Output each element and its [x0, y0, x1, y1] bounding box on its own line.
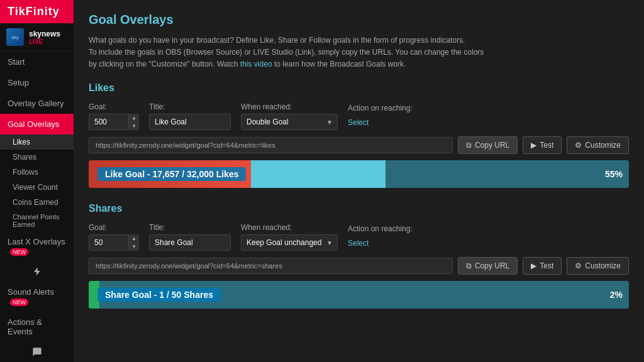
likes-title-group: Title:: [149, 102, 231, 130]
lightning-icon: [32, 266, 42, 277]
likes-section: Likes Goal: ▲ ▼ Title: When reached:: [89, 82, 629, 188]
sidebar: TikFinity sky skynews LIVE Start Setup O…: [0, 0, 74, 362]
shares-url-row: https://tikfinity.zerody.one/widget/goal…: [89, 257, 629, 275]
shares-when-reached-label: When reached:: [241, 223, 338, 232]
shares-goal-spinners: ▲ ▼: [128, 234, 139, 251]
desc-link[interactable]: this video: [240, 60, 272, 69]
likes-progress-bar: 55% Like Goal - 17,657 / 32,000 Likes: [89, 160, 629, 188]
last-x-badge: NEW: [10, 248, 28, 256]
sidebar-item-start[interactable]: Start: [0, 52, 74, 72]
avatar-image: sky: [6, 28, 24, 46]
sidebar-item-overlay-gallery[interactable]: Overlay Gallery: [0, 93, 74, 114]
shares-when-reached-select[interactable]: Keep Goal unchanged Double Goal Reset to…: [241, 234, 338, 251]
likes-title-input[interactable]: [149, 114, 231, 130]
shares-progress-label: Share Goal - 1 / 50 Shares: [97, 288, 221, 302]
shares-when-reached-wrap: Keep Goal unchanged Double Goal Reset to…: [241, 234, 338, 251]
gear-icon-shares: ⚙: [575, 261, 582, 270]
shares-action-select[interactable]: Select: [348, 236, 413, 251]
shares-test-btn[interactable]: ▶ Test: [523, 257, 562, 275]
logo-tik: Tik: [8, 5, 26, 18]
shares-progress-bar: 2% Share Goal - 1 / 50 Shares: [89, 281, 629, 309]
logo-finity: Finity: [26, 5, 60, 18]
sidebar-item-setup[interactable]: Setup: [0, 72, 74, 93]
desc-line1: What goals do you have in your broadcast…: [89, 36, 465, 45]
copy-icon: ⧉: [466, 141, 472, 150]
shares-title-label: Title:: [149, 223, 231, 232]
page-title: Goal Overlays: [89, 13, 629, 27]
likes-action-group: Action on reaching: Select: [348, 104, 413, 130]
description: What goals do you have in your broadcast…: [89, 35, 541, 71]
likes-progress-label: Like Goal - 17,657 / 32,000 Likes: [97, 167, 246, 181]
sidebar-item-last-x-overlays[interactable]: Last X Overlays NEW: [0, 231, 74, 261]
likes-progress-percent: 55%: [605, 169, 623, 179]
play-icon-shares: ▶: [531, 261, 536, 270]
shares-fields: Goal: ▲ ▼ Title: When reached: Keep Go: [89, 223, 629, 251]
username: skynews: [29, 30, 60, 38]
sidebar-item-channel-points[interactable]: Channel Points Earned: [0, 210, 74, 231]
user-info: skynews LIVE: [29, 30, 60, 45]
sidebar-item-coins-earned[interactable]: Coins Earned: [0, 195, 74, 210]
likes-goal-decrement[interactable]: ▼: [129, 122, 139, 130]
sidebar-item-follows[interactable]: Follows: [0, 165, 74, 180]
lightning-icon-section: [0, 261, 74, 282]
sidebar-item-sound-alerts[interactable]: Sound Alerts NEW: [0, 282, 74, 312]
user-section: sky skynews LIVE: [0, 23, 74, 52]
likes-test-btn[interactable]: ▶ Test: [523, 136, 562, 154]
shares-action-group: Action on reaching: Select: [348, 224, 413, 251]
shares-copy-url-btn[interactable]: ⧉ Copy URL: [458, 257, 518, 275]
likes-action-label: Action on reaching:: [348, 104, 413, 112]
likes-progress-teal: [251, 160, 386, 188]
likes-when-reached-label: When reached:: [241, 102, 338, 111]
shares-title-input[interactable]: [149, 234, 231, 251]
likes-title-label: Title:: [149, 102, 231, 111]
likes-fields: Goal: ▲ ▼ Title: When reached: Double: [89, 102, 629, 130]
shares-goal-group: Goal: ▲ ▼: [89, 223, 139, 251]
shares-when-reached-group: When reached: Keep Goal unchanged Double…: [241, 223, 338, 251]
likes-when-reached-select[interactable]: Double Goal Keep Goal unchanged Reset to…: [241, 114, 338, 130]
likes-when-reached-wrap: Double Goal Keep Goal unchanged Reset to…: [241, 114, 338, 130]
shares-action-label: Action on reaching:: [348, 224, 413, 233]
live-status: LIVE: [29, 38, 60, 45]
sidebar-item-viewer-count[interactable]: Viewer Count: [0, 180, 74, 195]
sidebar-item-actions-events[interactable]: Actions & Events: [0, 312, 74, 342]
sidebar-item-shares[interactable]: Shares: [0, 150, 74, 165]
likes-url-display: https://tikfinity.zerody.one/widget/goal…: [89, 137, 453, 153]
shares-title-group: Title:: [149, 223, 231, 251]
likes-goal-label: Goal:: [89, 102, 139, 111]
desc-line2: To include the goals in OBS (Browser Sou…: [89, 48, 484, 57]
shares-url-display: https://tikfinity.zerody.one/widget/goal…: [89, 258, 453, 274]
shares-goal-decrement[interactable]: ▼: [129, 243, 139, 251]
chat-icon-section: [0, 342, 74, 362]
shares-goal-input-wrap: ▲ ▼: [89, 234, 139, 251]
desc-line4: to learn how the Broadcast Goals work.: [272, 60, 406, 69]
main-content: Goal Overlays What goals do you have in …: [74, 0, 644, 362]
likes-copy-url-btn[interactable]: ⧉ Copy URL: [458, 136, 518, 154]
desc-line3: by clicking on the "Customize" button. W…: [89, 60, 240, 69]
shares-goal-label: Goal:: [89, 223, 139, 232]
likes-goal-input-wrap: ▲ ▼: [89, 114, 139, 130]
chat-bubble-icon: [32, 347, 42, 357]
likes-goal-group: Goal: ▲ ▼: [89, 102, 139, 130]
sidebar-item-goal-overlays[interactable]: Goal Overlays: [0, 114, 74, 134]
sidebar-item-likes[interactable]: Likes: [0, 134, 74, 150]
likes-action-select[interactable]: Select: [348, 115, 413, 130]
shares-goal-increment[interactable]: ▲: [129, 234, 139, 243]
likes-goal-increment[interactable]: ▲: [129, 114, 139, 122]
likes-when-reached-group: When reached: Double Goal Keep Goal unch…: [241, 102, 338, 130]
likes-goal-spinners: ▲ ▼: [128, 114, 139, 130]
app-logo: TikFinity: [0, 0, 74, 23]
likes-url-row: https://tikfinity.zerody.one/widget/goal…: [89, 136, 629, 154]
shares-title: Shares: [89, 203, 629, 214]
shares-customize-btn[interactable]: ⚙ Customize: [567, 257, 629, 275]
likes-title: Likes: [89, 82, 629, 94]
likes-customize-btn[interactable]: ⚙ Customize: [567, 136, 629, 154]
copy-url-icon: ⧉: [466, 261, 472, 270]
likes-progress-dark-teal: [386, 160, 629, 188]
play-icon: ▶: [531, 141, 536, 150]
shares-progress-percent: 2%: [610, 290, 623, 300]
avatar: sky: [6, 28, 24, 46]
shares-section: Shares Goal: ▲ ▼ Title: When reached:: [89, 203, 629, 309]
gear-icon: ⚙: [575, 141, 582, 150]
sound-alerts-badge: NEW: [10, 299, 28, 306]
